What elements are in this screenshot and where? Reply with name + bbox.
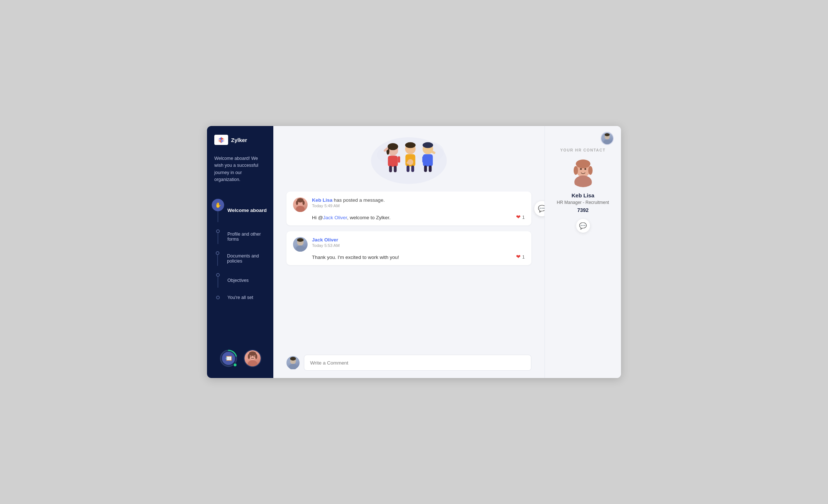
sidebar-hr-avatar[interactable] (244, 350, 261, 367)
chat-message-1: Keb Lisa has posted a message. Today 5:4… (286, 192, 531, 225)
svg-point-26 (405, 142, 416, 148)
svg-rect-31 (407, 166, 410, 172)
comment-input[interactable] (304, 355, 531, 371)
sidebar-item-objectives[interactable]: Objectives (214, 269, 273, 291)
svg-rect-22 (398, 156, 400, 163)
right-panel: YOUR HR CONTACT Keb Lisa HR Manager - Re… (544, 126, 621, 378)
nav-dot-active: ✋ (212, 199, 224, 211)
sidebar-item-documents[interactable]: Documents and policies (214, 248, 273, 269)
sidebar-bottom: 📋 (207, 343, 273, 371)
jack-avatar (293, 237, 308, 252)
nav-line-3 (217, 255, 218, 266)
nav-label-documents: Documents and policies (227, 253, 273, 264)
message-meta-2: Jack Oliver Today 5:53 AM (312, 237, 525, 248)
heart-icon-1: ❤ (516, 214, 521, 220)
hr-extension: 7392 (577, 207, 589, 213)
nav-dot-profile (216, 229, 220, 233)
svg-point-41 (296, 206, 305, 212)
svg-point-11 (249, 351, 256, 356)
app-container: Zylker Welcome aboard! We wish you a suc… (207, 126, 621, 378)
avatar-face (245, 350, 261, 366)
svg-rect-20 (388, 155, 398, 166)
svg-rect-32 (411, 166, 414, 172)
main-content: Keb Lisa has posted a message. Today 5:4… (273, 126, 544, 378)
comment-area (273, 349, 544, 378)
sidebar-tagline: Welcome aboard! We wish you a successful… (207, 155, 273, 184)
svg-point-52 (574, 176, 592, 187)
sidebar-item-welcome[interactable]: ✋ Welcome aboard (214, 195, 273, 226)
hr-name: Keb Lisa (571, 192, 594, 198)
nav-label-profile: Profile and other forms (227, 232, 273, 242)
message-like-2[interactable]: ❤ 1 (516, 253, 525, 260)
svg-point-59 (604, 139, 611, 144)
message-icon: 💬 (579, 222, 587, 230)
nav-label-welcome: Welcome aboard (227, 208, 267, 213)
current-user-avatar (286, 356, 300, 369)
svg-point-43 (296, 201, 298, 205)
illustration-area (273, 126, 544, 192)
hr-section-label: YOUR HR CONTACT (560, 148, 605, 152)
dot-container-allset (214, 296, 222, 299)
message-header-2: Jack Oliver Today 5:53 AM (293, 237, 525, 252)
svg-rect-39 (429, 166, 431, 172)
svg-rect-30 (407, 162, 410, 164)
svg-point-34 (423, 142, 433, 148)
sidebar-item-allset[interactable]: You're all set (214, 291, 273, 304)
sidebar-logo: Zylker (207, 135, 273, 145)
nav-label-allset: You're all set (227, 295, 253, 300)
svg-point-49 (289, 364, 297, 369)
message-body-2: Thank you. I'm excited to work with you! (312, 255, 525, 260)
svg-point-53 (576, 160, 590, 168)
hr-role: HR Manager - Recruitment (557, 200, 609, 205)
message-like-1[interactable]: ❤ 1 (516, 214, 525, 220)
svg-rect-38 (424, 166, 427, 172)
message-meta-1: Keb Lisa has posted a message. Today 5:4… (312, 197, 525, 208)
svg-point-60 (605, 133, 610, 136)
svg-point-13 (255, 354, 257, 359)
top-user-avatar[interactable] (601, 132, 614, 145)
svg-point-42 (297, 198, 304, 202)
nav-dot-objectives (216, 273, 220, 277)
message-time-2: Today 5:53 AM (312, 243, 525, 248)
svg-point-56 (580, 168, 582, 170)
progress-circle: 📋 (219, 349, 238, 368)
author-jack-oliver[interactable]: Jack Oliver (312, 237, 338, 243)
dot-container-documents (214, 251, 222, 266)
nav-dot-allset (216, 296, 220, 299)
message-action-btn-1[interactable]: 💬 (534, 201, 544, 216)
svg-point-44 (302, 201, 305, 205)
hr-message-button[interactable]: 💬 (576, 219, 590, 233)
nav-line-2 (218, 233, 218, 244)
svg-point-55 (588, 166, 593, 175)
message-title-1: Keb Lisa has posted a message. (312, 197, 525, 203)
svg-point-54 (574, 166, 578, 175)
dot-container-objectives (214, 273, 222, 288)
sidebar-item-profile[interactable]: Profile and other forms (214, 226, 273, 248)
like-count-2: 1 (522, 254, 525, 260)
svg-point-10 (254, 356, 255, 357)
chat-message-2: Jack Oliver Today 5:53 AM Thank you. I'm… (286, 231, 531, 265)
message-body-1: Hi @Jack Oliver, welcome to Zylker. (312, 215, 525, 220)
keb-avatar (293, 197, 308, 212)
svg-point-8 (248, 360, 257, 366)
svg-point-57 (584, 168, 586, 170)
dot-container-welcome: ✋ (214, 199, 222, 222)
svg-point-12 (248, 354, 250, 359)
message-title-2: Jack Oliver (312, 237, 525, 243)
like-count-1: 1 (522, 214, 525, 220)
author-keb-lisa[interactable]: Keb Lisa (312, 197, 332, 203)
sidebar: Zylker Welcome aboard! We wish you a suc… (207, 126, 273, 378)
message-header-1: Keb Lisa has posted a message. Today 5:4… (293, 197, 525, 212)
message-action-1: has posted a message. (334, 197, 385, 203)
top-user-avatar-inner (601, 133, 613, 144)
svg-point-46 (296, 245, 305, 252)
nav-dot-documents (216, 251, 219, 255)
svg-rect-23 (389, 166, 392, 172)
svg-rect-37 (422, 156, 425, 163)
message-time-1: Today 5:49 AM (312, 204, 525, 208)
logo-icon (214, 135, 228, 145)
dot-container-profile (214, 229, 222, 244)
mention-jack-oliver[interactable]: Jack Oliver (323, 215, 347, 220)
nav-line-1 (218, 211, 218, 222)
svg-point-18 (388, 143, 398, 150)
